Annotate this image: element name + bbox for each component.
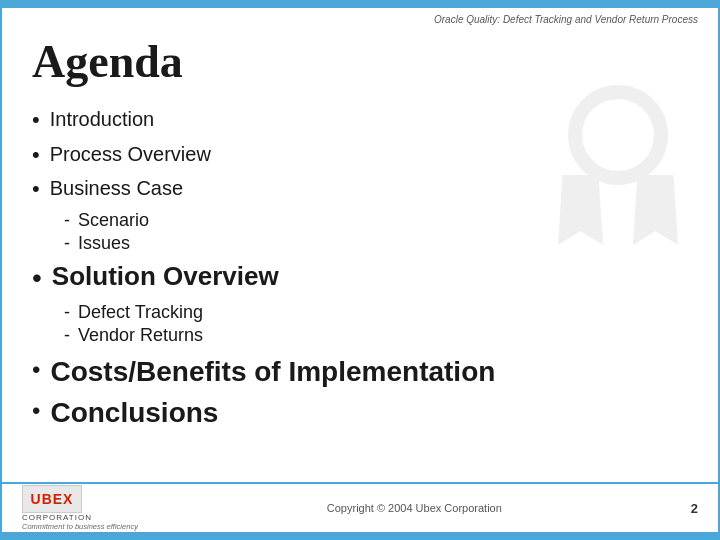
ribbon-left [558, 175, 603, 245]
list-item: • Solution Overview [32, 260, 688, 296]
conclusions-text: Conclusions [50, 395, 218, 431]
scenario-text: Scenario [78, 210, 149, 231]
costs-text: Costs/Benefits of Implementation [50, 354, 495, 390]
footer-copyright: Copyright © 2004 Ubex Corporation [138, 502, 691, 514]
watermark-badge [548, 85, 688, 245]
footer-page: 2 [691, 501, 698, 516]
footer: UBEX CORPORATION Commitment to business … [2, 482, 718, 532]
bullet-icon: • [32, 175, 40, 204]
bullet-icon: • [32, 141, 40, 170]
tagline: Commitment to business efficiency [22, 522, 138, 531]
dash-icon: - [64, 302, 70, 323]
issues-text: Issues [78, 233, 130, 254]
solution-text: Solution Overview [52, 260, 279, 294]
list-item: - Defect Tracking [64, 302, 688, 323]
process-text: Process Overview [50, 141, 211, 167]
ribbon-right [633, 175, 678, 245]
bottom-bar [2, 532, 718, 538]
bullet-icon: • [32, 260, 42, 296]
logo-text: UBEX [31, 491, 74, 507]
slide: Oracle Quality: Defect Tracking and Vend… [0, 0, 720, 540]
bullet-icon: • [32, 354, 40, 385]
list-item: • Costs/Benefits of Implementation [32, 354, 688, 390]
bullet-icon: • [32, 106, 40, 135]
dash-icon: - [64, 210, 70, 231]
solution-sub-list: - Defect Tracking - Vendor Returns [64, 302, 688, 346]
vendor-text: Vendor Returns [78, 325, 203, 346]
solution-list: • Solution Overview [32, 260, 688, 296]
dash-icon: - [64, 233, 70, 254]
list-item: • Conclusions [32, 395, 688, 431]
bottom-list: • Costs/Benefits of Implementation • Con… [32, 354, 688, 431]
bullet-icon: • [32, 395, 40, 426]
dash-icon: - [64, 325, 70, 346]
logo-box: UBEX [22, 485, 82, 513]
defect-text: Defect Tracking [78, 302, 203, 323]
footer-logo: UBEX CORPORATION Commitment to business … [22, 485, 138, 531]
business-text: Business Case [50, 175, 183, 201]
intro-text: Introduction [50, 106, 155, 132]
content-area: Agenda • Introduction • Process Overview… [2, 25, 718, 482]
badge-circle [568, 85, 668, 185]
header-subtitle: Oracle Quality: Defect Tracking and Vend… [2, 8, 718, 25]
logo-corp: CORPORATION [22, 513, 92, 522]
slide-title: Agenda [32, 35, 688, 88]
list-item: - Vendor Returns [64, 325, 688, 346]
